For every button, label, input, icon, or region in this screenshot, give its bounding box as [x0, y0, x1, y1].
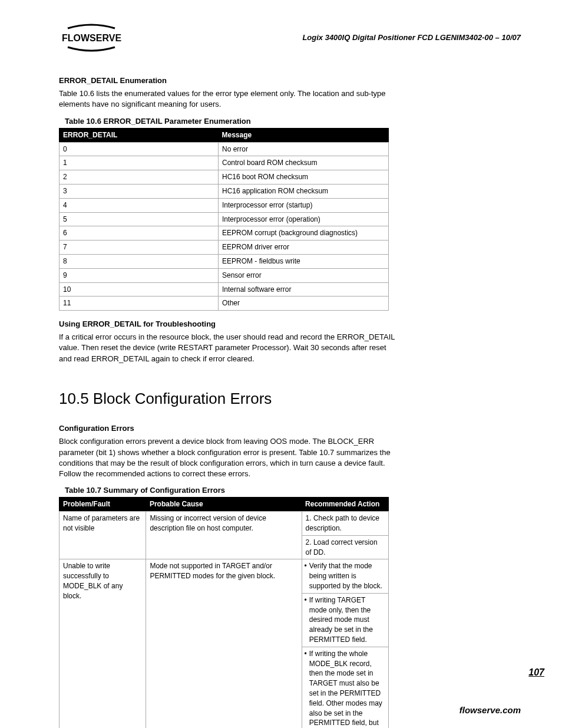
cell-message: Sensor error — [219, 268, 389, 282]
cell-cause: Mode not supported in TARGET and/or PERM… — [146, 559, 302, 728]
cell-message: Control board ROM checksum — [219, 156, 389, 170]
cell-message: Other — [219, 297, 389, 311]
table-row: 1Control board ROM checksum — [59, 156, 389, 170]
cell-action: Verify that the mode being written is su… — [302, 559, 388, 593]
table-row: 3HC16 application ROM checksum — [59, 184, 389, 198]
cell-message: No error — [219, 142, 389, 156]
cell-message: EEPROM corrupt (background diagnostics) — [219, 226, 389, 241]
section-title-config-errors: Configuration Errors — [59, 423, 401, 434]
footer-url: flowserve.com — [459, 704, 521, 716]
table-caption-107: Table 10.7 Summary of Configuration Erro… — [65, 485, 401, 496]
para-config-errors: Block configuration errors prevent a dev… — [59, 436, 401, 479]
th-problem: Problem/Fault — [59, 498, 146, 512]
para-error-detail: Table 10.6 lists the enumerated values f… — [59, 88, 401, 110]
cell-action: 1. Check path to device description. — [302, 512, 388, 536]
th-cause: Probable Cause — [146, 498, 302, 512]
cell-message: EEPROM - fieldbus write — [219, 254, 389, 268]
para-troubleshooting: If a critical error occurs in the resour… — [59, 332, 401, 364]
cell-action: If writing the whole MODE_BLK record, th… — [302, 647, 388, 728]
table-row: 11Other — [59, 297, 389, 311]
cell-error-detail: 6 — [59, 226, 219, 241]
table-row: 6EEPROM corrupt (background diagnostics) — [59, 226, 389, 241]
th-error-detail: ERROR_DETAIL — [59, 128, 219, 142]
heading-10-5: 10.5 Block Configuration Errors — [59, 388, 401, 409]
table-caption-106: Table 10.6 ERROR_DETAIL Parameter Enumer… — [65, 116, 401, 127]
table-row: Unable to write successfully to MODE_BLK… — [59, 559, 389, 593]
cell-action: If writing TARGET mode only, then the de… — [302, 593, 388, 647]
cell-error-detail: 7 — [59, 241, 219, 255]
cell-error-detail: 4 — [59, 198, 219, 212]
flowserve-logo: FLOWSERVE — [59, 24, 124, 52]
cell-error-detail: 8 — [59, 254, 219, 268]
cell-error-detail: 11 — [59, 297, 219, 311]
table-row: 0No error — [59, 142, 389, 156]
cell-error-detail: 2 — [59, 170, 219, 185]
table-row: Name of parameters are not visible Missi… — [59, 512, 389, 536]
table-row: 5Interprocessor error (operation) — [59, 212, 389, 226]
table-row: 8EEPROM - fieldbus write — [59, 254, 389, 268]
cell-error-detail: 9 — [59, 268, 219, 282]
table-row: 4Interprocessor error (startup) — [59, 198, 389, 212]
cell-error-detail: 0 — [59, 142, 219, 156]
table-106: ERROR_DETAIL Message 0No error1Control b… — [59, 128, 389, 311]
table-row: 7EEPROM driver error — [59, 241, 389, 255]
section-title-troubleshooting: Using ERROR_DETAIL for Troubleshooting — [59, 319, 401, 330]
cell-message: EEPROM driver error — [219, 241, 389, 255]
cell-problem: Name of parameters are not visible — [59, 512, 146, 559]
table-row: 2HC16 boot ROM checksum — [59, 170, 389, 185]
section-title-error-detail: ERROR_DETAIL Enumeration — [59, 75, 401, 86]
cell-message: HC16 boot ROM checksum — [219, 170, 389, 185]
document-id: Logix 3400IQ Digital Positioner FCD LGEN… — [302, 32, 521, 43]
cell-error-detail: 5 — [59, 212, 219, 226]
th-action: Recommended Action — [302, 498, 388, 512]
table-row: 9Sensor error — [59, 268, 389, 282]
table-row: 10Internal software error — [59, 282, 389, 297]
cell-action: 2. Load correct version of DD. — [302, 535, 388, 559]
svg-text:FLOWSERVE: FLOWSERVE — [62, 33, 121, 43]
cell-message: Interprocessor error (startup) — [219, 198, 389, 212]
cell-message: Interprocessor error (operation) — [219, 212, 389, 226]
cell-problem: Unable to write successfully to MODE_BLK… — [59, 559, 146, 728]
page-number: 107 — [528, 666, 544, 679]
page-header: FLOWSERVE Logix 3400IQ Digital Positione… — [59, 24, 521, 52]
th-message: Message — [219, 128, 389, 142]
cell-error-detail: 3 — [59, 184, 219, 198]
cell-error-detail: 1 — [59, 156, 219, 170]
cell-message: Internal software error — [219, 282, 389, 297]
content-area: ERROR_DETAIL Enumeration Table 10.6 list… — [59, 75, 401, 728]
table-107: Problem/Fault Probable Cause Recommended… — [59, 497, 389, 728]
cell-error-detail: 10 — [59, 282, 219, 297]
cell-message: HC16 application ROM checksum — [219, 184, 389, 198]
cell-cause: Missing or incorrect version of device d… — [146, 512, 302, 559]
